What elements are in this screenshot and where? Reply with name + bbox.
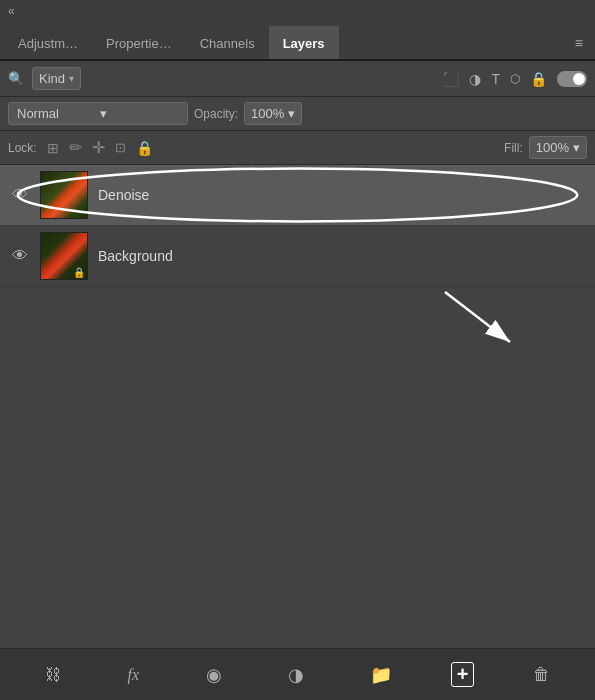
- thumbnail-image-denoise: [41, 172, 87, 218]
- circle-adjustment-icon[interactable]: ◉: [198, 660, 230, 690]
- search-icon: 🔍: [8, 71, 24, 86]
- background-lock-icon: 🔒: [73, 267, 85, 278]
- layer-name-background: Background: [98, 248, 585, 264]
- filter-toggle[interactable]: [557, 71, 587, 87]
- fx-icon[interactable]: fx: [120, 662, 148, 688]
- kind-dropdown[interactable]: Kind ▾: [32, 67, 81, 90]
- kind-label: Kind: [39, 71, 65, 86]
- fill-input[interactable]: 100% ▾: [529, 136, 587, 159]
- fill-section: Fill: 100% ▾: [504, 136, 587, 159]
- delete-layer-button[interactable]: 🗑: [525, 661, 558, 689]
- opacity-input[interactable]: 100% ▾: [244, 102, 302, 125]
- half-circle-icon[interactable]: ◑: [280, 660, 312, 690]
- blend-mode-dropdown[interactable]: Normal ▾: [8, 102, 188, 125]
- opacity-label: Opacity:: [194, 107, 238, 121]
- blend-row: Normal ▾ Opacity: 100% ▾: [0, 97, 595, 131]
- blend-mode-arrow: ▾: [100, 106, 179, 121]
- filter-shape-icon[interactable]: ⬡: [510, 72, 520, 86]
- panel-menu-icon[interactable]: ≡: [567, 27, 591, 59]
- top-bar: «: [0, 0, 595, 22]
- layer-thumbnail-background: 🔒: [40, 232, 88, 280]
- layers-panel: « Adjustm… Propertie… Channels Layers ≡ …: [0, 0, 595, 700]
- lock-row: Lock: ⊞ ✏ ✛ ⊡ 🔒 Fill: 100% ▾: [0, 131, 595, 165]
- layer-item-background[interactable]: 👁 🔒 Background: [0, 226, 595, 287]
- filter-image-icon[interactable]: ⬛: [442, 71, 459, 87]
- visibility-icon-background[interactable]: 👁: [10, 247, 30, 265]
- filter-row: 🔍 Kind ▾ ⬛ ◑ T ⬡ 🔒: [0, 61, 595, 97]
- svg-line-2: [445, 292, 510, 342]
- lock-label: Lock:: [8, 141, 37, 155]
- tab-properties[interactable]: Propertie…: [92, 26, 186, 59]
- opacity-value-text: 100%: [251, 106, 284, 121]
- layer-item-denoise[interactable]: 👁 Denoise: [0, 165, 595, 226]
- layer-name-denoise: Denoise: [98, 187, 585, 203]
- collapse-button[interactable]: «: [8, 4, 15, 18]
- lock-artboard-icon[interactable]: ⊡: [115, 140, 126, 155]
- kind-dropdown-arrow: ▾: [69, 73, 74, 84]
- filter-icons: ⬛ ◑ T ⬡ 🔒: [442, 71, 587, 87]
- new-layer-button[interactable]: +: [451, 662, 475, 687]
- tab-channels[interactable]: Channels: [186, 26, 269, 59]
- tab-row: Adjustm… Propertie… Channels Layers ≡: [0, 22, 595, 61]
- fill-arrow: ▾: [573, 140, 580, 155]
- link-icon[interactable]: ⛓: [37, 662, 69, 688]
- new-layer-arrow: [435, 287, 535, 357]
- tab-adjustments[interactable]: Adjustm…: [4, 26, 92, 59]
- lock-move-icon[interactable]: ✛: [92, 138, 105, 157]
- arrow-area: [0, 287, 595, 367]
- layers-list: 👁 Denoise 👁 🔒 Background: [0, 165, 595, 648]
- tab-layers[interactable]: Layers: [269, 26, 339, 59]
- blend-mode-label: Normal: [17, 106, 96, 121]
- lock-all-icon[interactable]: 🔒: [136, 140, 153, 156]
- lock-icons: ⊞ ✏ ✛ ⊡ 🔒: [47, 138, 153, 157]
- filter-adjust-icon[interactable]: ◑: [469, 71, 481, 87]
- visibility-icon-denoise[interactable]: 👁: [10, 186, 30, 204]
- layer-thumbnail-denoise: [40, 171, 88, 219]
- fill-value-text: 100%: [536, 140, 569, 155]
- filter-type-icon[interactable]: T: [491, 71, 500, 87]
- fill-label: Fill:: [504, 141, 523, 155]
- lock-checkerboard-icon[interactable]: ⊞: [47, 140, 59, 156]
- folder-icon[interactable]: 📁: [362, 660, 400, 690]
- opacity-arrow: ▾: [288, 106, 295, 121]
- lock-paint-icon[interactable]: ✏: [69, 138, 82, 157]
- bottom-toolbar: ⛓ fx ◉ ◑ 📁 + 🗑: [0, 648, 595, 700]
- filter-lock-icon[interactable]: 🔒: [530, 71, 547, 87]
